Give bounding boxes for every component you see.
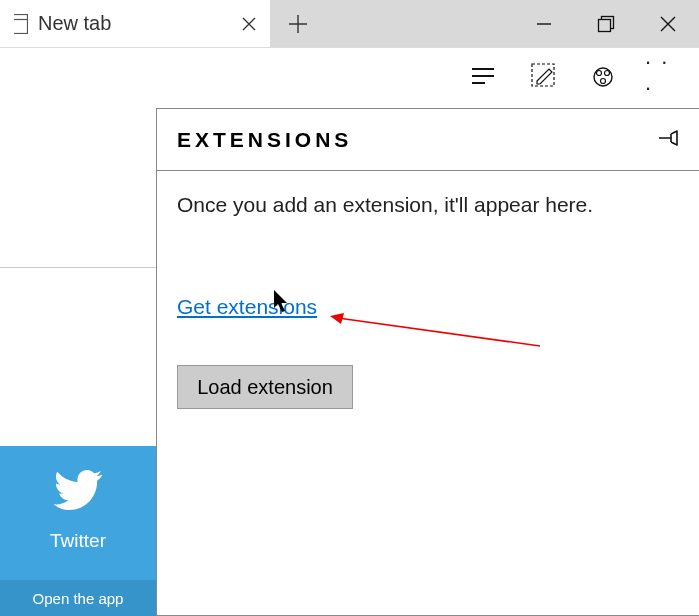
web-note-icon[interactable] <box>525 57 561 93</box>
svg-point-11 <box>597 71 602 76</box>
panel-body: Once you add an extension, it'll appear … <box>157 171 699 431</box>
divider <box>0 267 156 268</box>
panel-description: Once you add an extension, it'll appear … <box>177 193 681 217</box>
extensions-panel: Extensions Once you add an extension, it… <box>156 108 699 616</box>
share-icon[interactable] <box>585 57 621 93</box>
twitter-icon <box>54 470 102 514</box>
panel-header: Extensions <box>157 109 699 171</box>
toolbar: · · · <box>0 48 699 102</box>
window-controls <box>513 0 699 47</box>
start-page-left-column: Twitter Open the app <box>0 102 156 616</box>
titlebar: New tab <box>0 0 699 48</box>
new-tab-button[interactable] <box>270 0 326 47</box>
load-extension-button[interactable]: Load extension <box>177 365 353 409</box>
pin-icon[interactable] <box>657 128 681 152</box>
svg-rect-2 <box>10 14 14 34</box>
close-tab-button[interactable] <box>228 16 270 32</box>
tab-title: New tab <box>38 12 218 35</box>
get-extensions-link[interactable]: Get extensions <box>177 295 317 319</box>
tile-open-app[interactable]: Open the app <box>0 580 156 616</box>
browser-tab[interactable]: New tab <box>0 0 270 47</box>
svg-point-12 <box>605 71 610 76</box>
minimize-button[interactable] <box>513 0 575 47</box>
svg-rect-5 <box>599 19 611 31</box>
close-window-button[interactable] <box>637 0 699 47</box>
svg-point-13 <box>601 79 606 84</box>
tile-name: Twitter <box>50 530 106 552</box>
more-menu-button[interactable]: · · · <box>645 57 681 93</box>
panel-title: Extensions <box>177 128 352 152</box>
maximize-button[interactable] <box>575 0 637 47</box>
reading-view-icon[interactable] <box>465 57 501 93</box>
tab-page-icon <box>10 14 28 34</box>
titlebar-inactive-area <box>270 0 699 47</box>
twitter-tile[interactable]: Twitter Open the app <box>0 446 156 616</box>
